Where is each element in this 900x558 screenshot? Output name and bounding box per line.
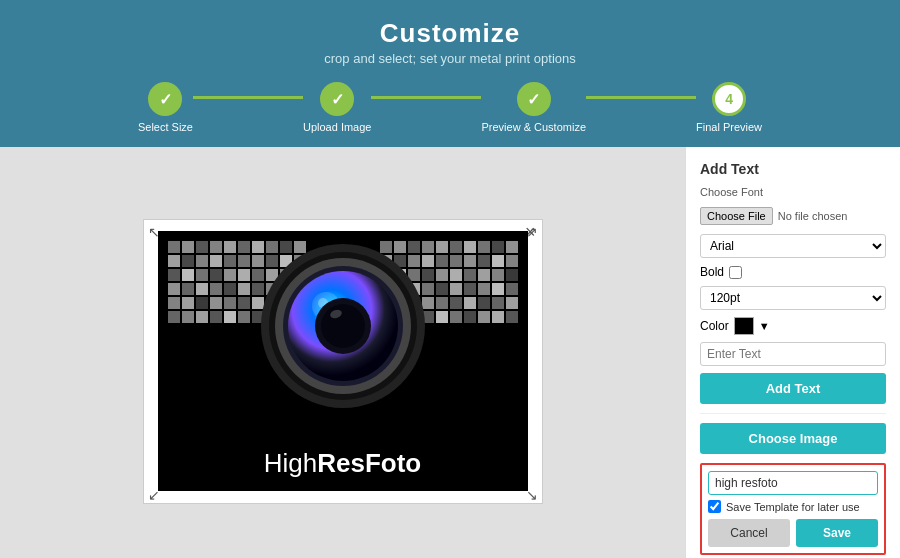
svg-rect-53	[210, 311, 222, 323]
choose-file-button[interactable]: Choose File	[700, 207, 773, 225]
page-title: Customize	[0, 18, 900, 49]
svg-rect-103	[422, 297, 434, 309]
svg-rect-50	[168, 311, 180, 323]
check-icon-1: ✓	[159, 90, 172, 109]
svg-rect-2	[196, 241, 208, 253]
svg-rect-108	[492, 297, 504, 309]
svg-rect-4	[224, 241, 236, 253]
svg-rect-41	[182, 297, 194, 309]
bold-checkbox[interactable]	[729, 266, 742, 279]
color-dropdown-arrow[interactable]: ▼	[759, 320, 770, 332]
svg-rect-117	[478, 311, 490, 323]
svg-rect-7	[266, 241, 278, 253]
bold-row: Bold	[700, 265, 886, 279]
svg-rect-12	[196, 255, 208, 267]
svg-rect-67	[478, 241, 490, 253]
svg-rect-15	[238, 255, 250, 267]
page-subtitle: crop and select; set your metal print op…	[0, 51, 900, 66]
svg-rect-6	[252, 241, 264, 253]
svg-rect-44	[224, 297, 236, 309]
svg-rect-36	[252, 283, 264, 295]
svg-rect-68	[492, 241, 504, 253]
svg-rect-60	[380, 241, 392, 253]
step-circle-1: ✓	[148, 82, 182, 116]
action-buttons: Cancel Save	[708, 519, 878, 547]
svg-rect-97	[478, 283, 490, 295]
svg-rect-23	[210, 269, 222, 281]
svg-rect-96	[464, 283, 476, 295]
svg-rect-104	[436, 297, 448, 309]
svg-rect-1	[182, 241, 194, 253]
step-line-2	[371, 96, 481, 99]
svg-rect-17	[266, 255, 278, 267]
svg-rect-52	[196, 311, 208, 323]
step-label-3: Preview & Customize	[481, 121, 586, 133]
save-button[interactable]: Save	[796, 519, 878, 547]
size-select[interactable]: 120pt 100pt 80pt 60pt	[700, 286, 886, 310]
svg-rect-116	[464, 311, 476, 323]
template-name-input[interactable]	[708, 471, 878, 495]
step-line-3	[586, 96, 696, 99]
cancel-button[interactable]: Cancel	[708, 519, 790, 547]
svg-rect-24	[224, 269, 236, 281]
check-icon-3: ✓	[527, 90, 540, 109]
header: Customize crop and select; set your meta…	[0, 0, 900, 147]
brand-text-bold: ResFoto	[317, 448, 421, 478]
svg-rect-72	[408, 255, 420, 267]
step-line-1	[193, 96, 303, 99]
svg-rect-69	[506, 241, 518, 253]
svg-rect-86	[464, 269, 476, 281]
svg-rect-51	[182, 311, 194, 323]
svg-rect-118	[492, 311, 504, 323]
canvas-image: HighResFoto	[158, 231, 528, 491]
color-label: Color	[700, 319, 729, 333]
svg-rect-77	[478, 255, 490, 267]
svg-rect-54	[224, 311, 236, 323]
color-swatch[interactable]	[734, 317, 754, 335]
choose-image-button[interactable]: Choose Image	[700, 423, 886, 454]
save-template-checkbox[interactable]	[708, 500, 721, 513]
step-select-size: ✓ Select Size	[138, 82, 193, 133]
svg-rect-55	[238, 311, 250, 323]
image-container: ↖ ↗ ↙ ↘ ×	[143, 219, 543, 504]
svg-rect-30	[168, 283, 180, 295]
step-label-4: Final Preview	[696, 121, 762, 133]
svg-rect-114	[436, 311, 448, 323]
color-row: Color ▼	[700, 317, 886, 335]
right-panel: Add Text Choose Font Choose File No file…	[685, 147, 900, 558]
step-final-preview: 4 Final Preview	[696, 82, 762, 133]
svg-rect-74	[436, 255, 448, 267]
add-text-button[interactable]: Add Text	[700, 373, 886, 404]
step-circle-3: ✓	[517, 82, 551, 116]
panel-title: Add Text	[700, 161, 886, 177]
svg-rect-10	[168, 255, 180, 267]
save-template-row: Save Template for later use	[708, 500, 878, 513]
step-number-4: 4	[725, 91, 733, 107]
svg-rect-63	[422, 241, 434, 253]
enter-text-input[interactable]	[700, 342, 886, 366]
svg-rect-107	[478, 297, 490, 309]
svg-rect-65	[450, 241, 462, 253]
font-select[interactable]: Arial Times New Roman Verdana Georgia	[700, 234, 886, 258]
svg-rect-75	[450, 255, 462, 267]
choose-font-label: Choose Font	[700, 186, 886, 198]
svg-rect-20	[168, 269, 180, 281]
step-circle-4: 4	[712, 82, 746, 116]
svg-rect-98	[492, 283, 504, 295]
file-input-row: Choose File No file chosen	[700, 207, 886, 225]
svg-rect-21	[182, 269, 194, 281]
divider-1	[700, 413, 886, 414]
svg-rect-8	[280, 241, 292, 253]
brand-text: HighResFoto	[158, 448, 528, 479]
svg-rect-84	[436, 269, 448, 281]
svg-rect-9	[294, 241, 306, 253]
svg-rect-33	[210, 283, 222, 295]
svg-rect-32	[196, 283, 208, 295]
svg-rect-35	[238, 283, 250, 295]
step-label-2: Upload Image	[303, 121, 372, 133]
svg-rect-76	[464, 255, 476, 267]
svg-rect-95	[450, 283, 462, 295]
svg-rect-5	[238, 241, 250, 253]
svg-rect-45	[238, 297, 250, 309]
svg-rect-89	[506, 269, 518, 281]
